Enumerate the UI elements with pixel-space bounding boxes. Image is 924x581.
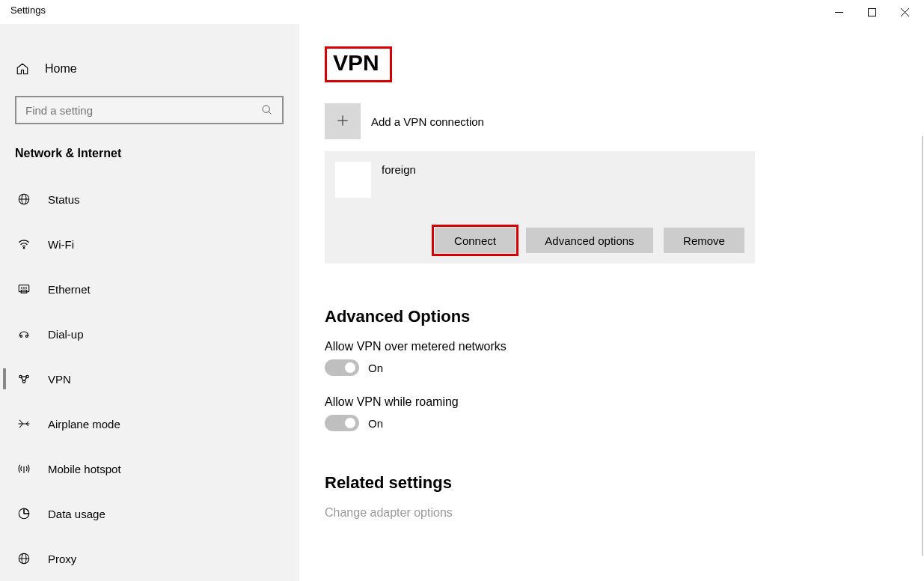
svg-rect-1 [868, 8, 875, 16]
maximize-button[interactable] [855, 1, 888, 22]
sidebar-item-vpn[interactable]: VPN [0, 356, 299, 401]
sidebar-group-title: Network & Internet [0, 132, 299, 177]
sidebar-item-label: Airplane mode [48, 418, 120, 431]
svg-point-9 [23, 248, 25, 249]
sidebar-item-label: Ethernet [48, 283, 91, 296]
metered-label: Allow VPN over metered networks [325, 340, 923, 353]
advanced-options-button[interactable]: Advanced options [526, 228, 653, 253]
search-input-wrap[interactable] [15, 96, 284, 124]
vpn-connection-icon [335, 162, 371, 198]
wifi-icon [16, 237, 31, 252]
svg-point-16 [25, 335, 28, 338]
sidebar-item-label: Proxy [48, 553, 76, 565]
sidebar-item-airplane[interactable]: Airplane mode [0, 401, 299, 446]
window-title: Settings [10, 4, 46, 16]
svg-point-15 [20, 335, 22, 338]
page-title-wrap: VPN [325, 46, 392, 82]
proxy-icon [16, 551, 31, 566]
hotspot-icon [16, 461, 31, 476]
globe-icon [16, 192, 31, 207]
sidebar-item-label: Mobile hotspot [48, 463, 121, 475]
search-input[interactable] [24, 103, 260, 118]
content-scrollbar[interactable] [922, 136, 923, 556]
svg-line-20 [22, 377, 23, 381]
settings-window: Settings Home [0, 0, 924, 581]
home-icon [15, 61, 30, 76]
home-link[interactable]: Home [0, 49, 299, 88]
add-vpn-row[interactable]: Add a VPN connection [325, 103, 923, 139]
ethernet-icon [16, 282, 31, 296]
content-area: VPN Add a VPN connection foreign [299, 24, 924, 581]
svg-point-4 [263, 106, 269, 112]
related-settings-heading: Related settings [325, 473, 923, 493]
connect-button[interactable]: Connect [435, 228, 515, 253]
page-title: VPN [325, 46, 392, 82]
advanced-options-heading: Advanced Options [325, 307, 923, 326]
metered-state: On [368, 362, 383, 374]
sidebar-item-dialup[interactable]: Dial-up [0, 311, 299, 356]
roaming-toggle[interactable] [325, 415, 359, 431]
sidebar: Home Network & Internet [0, 24, 299, 581]
sidebar-item-ethernet[interactable]: Ethernet [0, 267, 299, 311]
vpn-connection-name: foreign [382, 162, 416, 176]
roaming-label: Allow VPN while roaming [325, 395, 923, 409]
plus-icon [335, 113, 350, 130]
data-usage-icon [16, 506, 31, 521]
add-vpn-label: Add a VPN connection [371, 115, 484, 128]
titlebar: Settings [0, 0, 924, 24]
minimize-button[interactable] [822, 1, 855, 22]
home-label: Home [45, 62, 77, 76]
dialup-icon [16, 326, 31, 341]
sidebar-item-proxy[interactable]: Proxy [0, 536, 299, 581]
sidebar-item-label: Data usage [48, 508, 105, 520]
window-controls [822, 1, 921, 22]
roaming-state: On [368, 417, 383, 430]
vpn-connection-item[interactable]: foreign Connect Advanced options Remove [325, 151, 755, 264]
remove-button[interactable]: Remove [664, 228, 744, 253]
svg-line-5 [269, 112, 271, 114]
sidebar-item-hotspot[interactable]: Mobile hotspot [0, 446, 299, 491]
sidebar-item-label: VPN [48, 373, 71, 386]
airplane-icon [16, 416, 31, 431]
svg-line-21 [25, 377, 26, 381]
close-button[interactable] [888, 1, 921, 22]
sidebar-item-label: Dial-up [48, 328, 84, 341]
add-vpn-tile[interactable] [325, 103, 361, 139]
sidebar-item-status[interactable]: Status [0, 177, 299, 222]
vpn-icon [16, 371, 31, 386]
sidebar-item-label: Status [48, 193, 80, 206]
sidebar-item-label: Wi-Fi [48, 238, 74, 251]
sidebar-item-datausage[interactable]: Data usage [0, 491, 299, 536]
metered-toggle[interactable] [325, 359, 359, 376]
search-icon [260, 103, 275, 118]
change-adapter-link[interactable]: Change adapter options [325, 506, 923, 520]
sidebar-item-wifi[interactable]: Wi-Fi [0, 222, 299, 267]
